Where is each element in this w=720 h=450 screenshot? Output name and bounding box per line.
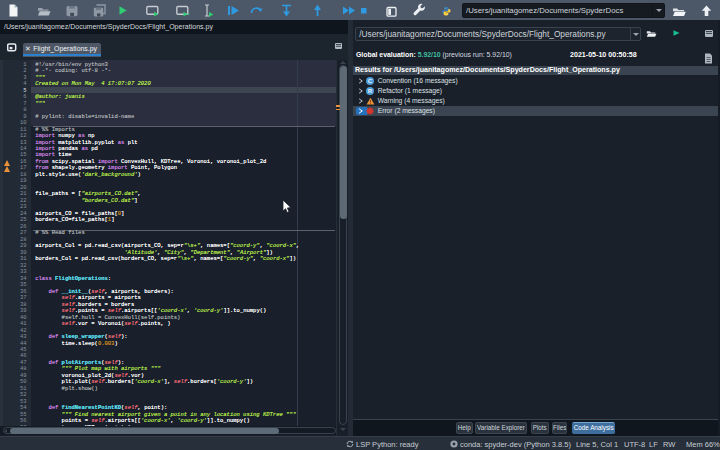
svg-text:C: C [368,77,373,84]
svg-text:R: R [368,87,373,94]
